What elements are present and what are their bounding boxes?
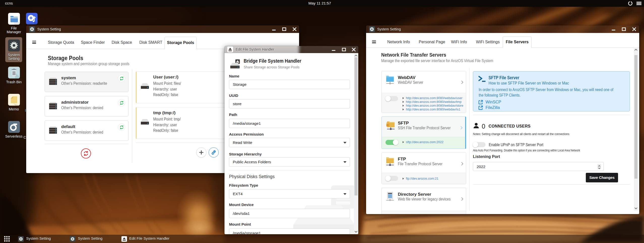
number-spinner[interactable] <box>597 164 601 169</box>
upnp-toggle[interactable] <box>473 142 486 147</box>
scrollbar-thumb[interactable] <box>355 57 358 195</box>
sync-pool-button[interactable] <box>118 124 125 131</box>
add-vfs-button[interactable] <box>196 147 206 157</box>
chevron-right-icon <box>461 80 463 84</box>
sync-pool-button[interactable] <box>118 75 125 82</box>
ftp-toggle[interactable] <box>385 176 398 181</box>
save-changes-button[interactable]: Save Changes <box>586 173 618 182</box>
access-permission-select[interactable]: Read Write <box>229 138 350 147</box>
server-name: WebDAV <box>398 75 415 80</box>
taskbar-item-system-setting-1[interactable]: System Setting <box>18 235 69 243</box>
desktop-icon-memo[interactable]: Memo <box>0 94 28 111</box>
webdav-link[interactable]: http://dev.arozos.com:8080/webdav/is1 <box>403 108 460 111</box>
winscp-link[interactable]: WinSCP <box>486 100 501 104</box>
info-title: SFTP File Server <box>489 75 519 80</box>
scrollbar[interactable] <box>634 47 638 211</box>
desktop-icon-system-setting[interactable]: System Setting <box>0 39 28 61</box>
tab-disk-smart[interactable]: Disk SMART <box>139 40 162 45</box>
server-desc: WebDAV Server <box>398 80 423 85</box>
webdav-link[interactable]: http://dev.arozos.com:8080/webdav/store <box>403 104 463 107</box>
minimize-button[interactable] <box>271 25 277 33</box>
uuid-input[interactable]: store <box>229 99 350 108</box>
webdav-link[interactable]: http://dev.arozos.com:8080/webdav/tmp <box>403 100 462 104</box>
sync-pool-button[interactable] <box>118 99 125 106</box>
tab-storage-quota[interactable]: Storage Quota <box>48 40 74 45</box>
desktop-icon-music[interactable] <box>18 13 46 24</box>
bridge-vfs-button[interactable] <box>209 147 219 157</box>
tab-wifi-info[interactable]: WiFi Info <box>451 40 467 44</box>
tab-wifi-settings[interactable]: WiFi Settings <box>476 40 500 44</box>
icon-label: System Setting <box>6 53 22 61</box>
server-desc: Web file viewer for legacy devices <box>398 197 450 201</box>
vfs-mount: Mount Point: tmp/ <box>153 117 181 121</box>
close-button[interactable] <box>292 25 297 33</box>
filesystem-type-select[interactable]: EXT4 <box>229 189 350 198</box>
tab-personal-page[interactable]: Personal Page <box>419 40 445 44</box>
webdav-folder-icon <box>386 75 394 85</box>
page-subtitle: Manage the exported file server interfac… <box>381 59 493 63</box>
hamburger-menu-icon[interactable] <box>636 2 641 5</box>
scroll-down-icon[interactable] <box>634 206 638 210</box>
scroll-up-icon[interactable] <box>634 48 638 52</box>
desktop-icon-trash-bin[interactable]: Trash Bin <box>0 67 28 84</box>
scrollbar[interactable] <box>354 53 358 234</box>
gear-icon <box>18 236 24 242</box>
pool-card-administrator[interactable]: administrator Other's Permission: denied <box>45 96 128 116</box>
mount-device-input[interactable]: /dev/sda1 <box>229 209 350 218</box>
sftp-toggle[interactable] <box>385 140 398 145</box>
taskbar-item-edit-fs-handler[interactable]: Edit File System Handler <box>121 235 187 243</box>
pool-permission: Other's Permission: readwrite <box>61 81 107 86</box>
tab-menu-icon[interactable] <box>32 41 36 44</box>
titlebar[interactable]: System Setting <box>366 25 639 33</box>
titlebar[interactable]: System Setting <box>26 25 299 33</box>
icon-label: Serverless <box>3 135 25 138</box>
serverless-icon <box>8 121 20 133</box>
server-card-directory[interactable]: Directory Server Web file viewer for leg… <box>381 188 466 214</box>
tab-storage-pools[interactable]: Storage Pools <box>165 37 197 49</box>
physical-disks-section: Physical Disks Settings <box>229 174 275 179</box>
icon-label: Memo <box>3 107 25 111</box>
storage-hierarchy-select[interactable]: Public Access Folders <box>229 157 350 167</box>
scrollbar-thumb[interactable] <box>634 55 637 179</box>
ftp-link[interactable]: ftp://dev.arozos.com:21 <box>403 177 438 180</box>
pool-card-system[interactable]: system Other's Permission: readwrite <box>45 72 128 92</box>
scroll-down-icon[interactable] <box>354 229 358 234</box>
mount-point-input[interactable]: /media/storage1 <box>229 228 350 234</box>
window-system-setting-fileservers: System Setting Network Info Personal Pag… <box>366 25 639 214</box>
close-button[interactable] <box>631 25 637 33</box>
webdav-toggle[interactable] <box>385 96 398 101</box>
page-title: Network File Transfer Servers <box>381 52 446 58</box>
tab-menu-icon[interactable] <box>372 40 376 43</box>
maximize-button[interactable] <box>341 46 347 53</box>
close-button[interactable] <box>351 46 357 53</box>
filezilla-link[interactable]: FileZilla <box>486 105 500 110</box>
server-card-sftp[interactable]: SFTP SSH File Transfer Protocol Server s… <box>381 116 466 149</box>
listening-port-input[interactable]: 2022 <box>473 162 604 171</box>
server-desc: SSH File Transfer Protocol Server <box>398 126 451 130</box>
minimize-button[interactable] <box>331 46 336 53</box>
minimize-button[interactable] <box>611 25 616 33</box>
sftp-link[interactable]: sftp://dev.arozos.com:2022 <box>403 140 443 144</box>
maximize-button[interactable] <box>621 25 627 33</box>
maximize-button[interactable] <box>281 25 287 33</box>
titlebar[interactable]: Edit File System Handler <box>224 46 358 53</box>
tab-disk-space[interactable]: Disk Space <box>112 40 132 45</box>
app-launcher-icon[interactable] <box>4 236 10 242</box>
path-input[interactable]: /media/storage1 <box>229 119 350 128</box>
gear-icon <box>70 236 75 242</box>
tab-file-servers[interactable]: File Servers <box>503 36 532 48</box>
window-edit-fs-handler: Edit File System Handler <box>224 46 358 234</box>
pool-permission: Other's Permission: denied <box>61 106 103 110</box>
tab-network-info[interactable]: Network Info <box>387 40 410 44</box>
tab-space-finder[interactable]: Space Finder <box>81 40 105 45</box>
taskbar-item-system-setting-2[interactable]: System Setting <box>70 235 120 243</box>
loading-spinner-icon[interactable] <box>628 1 632 6</box>
webdav-link[interactable]: http://dev.arozos.com:8080/webdav/user <box>403 96 462 100</box>
pool-card-default[interactable]: default Other's Permission: denied <box>45 120 128 141</box>
vfs-name: tmp (tmp:/) <box>153 110 176 115</box>
refresh-pools-button[interactable] <box>81 148 91 158</box>
name-input[interactable]: Storage <box>229 80 350 89</box>
server-card-ftp[interactable]: FTP File Transfer Protocol Server ftp://… <box>381 152 466 184</box>
column-divider <box>469 68 470 211</box>
server-card-webdav[interactable]: WebDAV WebDAV Server http://dev.arozos.c… <box>381 71 466 113</box>
